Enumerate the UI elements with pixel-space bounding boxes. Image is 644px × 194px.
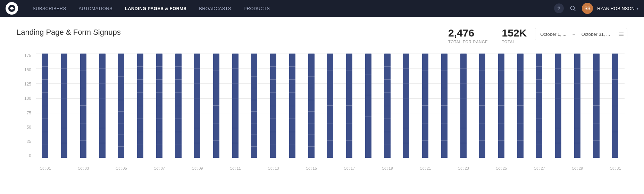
x-label: Oct 15: [302, 166, 320, 172]
y-label: 150: [24, 68, 31, 72]
bar-dark: [365, 54, 371, 158]
x-label: [359, 170, 377, 172]
x-axis-labels: Oct 01Oct 03Oct 05Oct 07Oct 09Oct 11Oct …: [36, 159, 625, 172]
user-name: RYAN ROBINSON: [597, 6, 635, 11]
bar-group[interactable]: [397, 54, 416, 158]
bar-dark: [137, 54, 143, 158]
bar-group[interactable]: [511, 54, 529, 158]
date-range-menu-icon[interactable]: [615, 28, 627, 40]
bar-group[interactable]: [606, 54, 625, 158]
bar-dark: [61, 54, 67, 158]
y-label: 75: [27, 111, 31, 115]
bar-group[interactable]: [473, 54, 492, 158]
bar-group[interactable]: [416, 54, 435, 158]
x-label: Oct 31: [606, 166, 625, 172]
nav-automations[interactable]: AUTOMATIONS: [73, 0, 119, 17]
x-label: Oct 17: [340, 166, 359, 172]
user-menu[interactable]: RYAN ROBINSON ▾: [597, 6, 638, 11]
x-label: Oct 25: [492, 166, 511, 172]
bar-group[interactable]: [264, 54, 283, 158]
nav-broadcasts[interactable]: BROADCASTS: [193, 0, 237, 17]
x-label: Oct 05: [112, 166, 131, 172]
help-button[interactable]: ?: [554, 3, 564, 13]
svg-point-1: [571, 6, 575, 10]
bar-group[interactable]: [359, 54, 377, 158]
stat-total-value: 152K: [502, 28, 527, 38]
bar-group[interactable]: [188, 54, 207, 158]
bar-dark: [289, 54, 295, 158]
bar-group[interactable]: [283, 54, 302, 158]
stat-total-label: TOTAL: [502, 40, 527, 44]
bar-group[interactable]: [226, 54, 244, 158]
x-label: Oct 19: [378, 166, 396, 172]
bar-group[interactable]: [587, 54, 605, 158]
date-range-control[interactable]: October 1, ... – October 31, ...: [535, 28, 627, 40]
logo[interactable]: [6, 2, 18, 15]
bar-dark: [498, 54, 504, 158]
bar-dark: [156, 54, 162, 158]
bar-dark: [175, 54, 182, 158]
bar-group[interactable]: [321, 54, 340, 158]
bar-dark: [536, 54, 542, 158]
bar-group[interactable]: [549, 54, 568, 158]
x-label: [587, 170, 605, 172]
main-content: Landing Page & Form Signups 2,476 TOTAL …: [0, 17, 644, 177]
bar-dark: [213, 54, 219, 158]
bar-dark: [517, 54, 524, 158]
search-icon[interactable]: [568, 3, 578, 13]
bar-dark: [384, 54, 391, 158]
bar-group[interactable]: [530, 54, 549, 158]
bar-dark: [270, 54, 276, 158]
x-label: Oct 23: [454, 166, 472, 172]
bar-dark: [194, 54, 200, 158]
bar-group[interactable]: [435, 54, 453, 158]
x-label: Oct 13: [264, 166, 283, 172]
bar-group[interactable]: [302, 54, 320, 158]
x-label: Oct 11: [226, 166, 244, 172]
y-label: 50: [27, 125, 31, 129]
x-label: [321, 170, 340, 172]
stat-range: 2,476 TOTAL FOR RANGE: [448, 28, 488, 44]
bar-group[interactable]: [169, 54, 187, 158]
x-label: Oct 03: [74, 166, 92, 172]
x-label: Oct 27: [530, 166, 549, 172]
bar-dark: [99, 54, 106, 158]
bar-group[interactable]: [245, 54, 264, 158]
bar-dark: [308, 54, 315, 158]
nav-landing-pages[interactable]: LANDING PAGES & FORMS: [119, 0, 193, 17]
bar-group[interactable]: [150, 54, 168, 158]
bar-group[interactable]: [454, 54, 472, 158]
bar-group[interactable]: [568, 54, 587, 158]
nav-products[interactable]: PRODUCTS: [237, 0, 276, 17]
bar-group[interactable]: [36, 54, 55, 158]
x-label: [473, 170, 492, 172]
x-label: Oct 21: [416, 166, 435, 172]
bar-dark: [251, 54, 257, 158]
x-label: [131, 170, 150, 172]
nav-subscribers[interactable]: SUBSCRIBERS: [26, 0, 73, 17]
grid-line: [36, 158, 625, 158]
y-label: 0: [29, 154, 31, 158]
bar-group[interactable]: [112, 54, 131, 158]
bar-dark: [612, 54, 618, 158]
bar-group[interactable]: [93, 54, 111, 158]
svg-line-2: [574, 10, 576, 11]
chart-area: 1751501251007550250 Oct 01Oct 03Oct 05Oc…: [17, 54, 627, 172]
bar-group[interactable]: [378, 54, 396, 158]
bar-dark: [327, 54, 333, 158]
bar-group[interactable]: [340, 54, 359, 158]
stat-range-value: 2,476: [448, 28, 488, 38]
bar-group[interactable]: [207, 54, 226, 158]
y-label: 125: [24, 82, 31, 86]
date-start-button[interactable]: October 1, ...: [535, 28, 571, 40]
bar-group[interactable]: [55, 54, 74, 158]
y-label: 100: [24, 96, 31, 100]
bar-group[interactable]: [131, 54, 150, 158]
x-label: Oct 09: [188, 166, 207, 172]
date-end-button[interactable]: October 31, ...: [577, 28, 615, 40]
bar-group[interactable]: [74, 54, 92, 158]
bar-dark: [574, 54, 580, 158]
bar-group[interactable]: [492, 54, 511, 158]
date-separator: –: [571, 32, 576, 37]
x-label: Oct 29: [568, 166, 587, 172]
